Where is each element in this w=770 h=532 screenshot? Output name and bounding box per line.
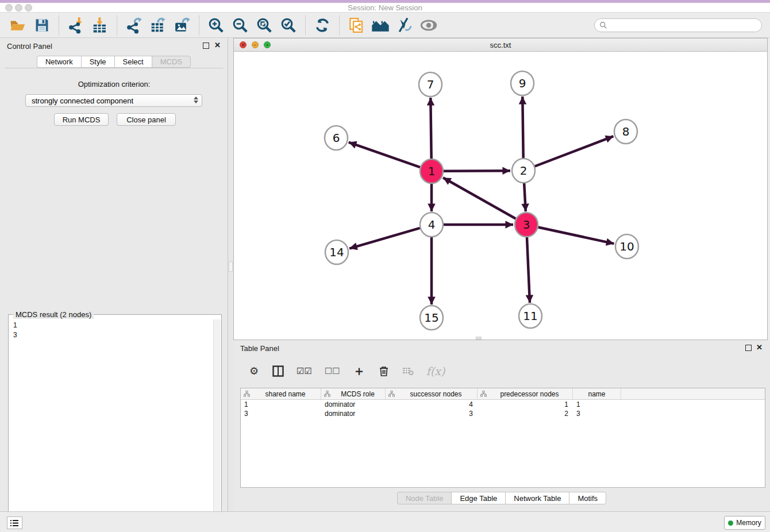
graph-node-11[interactable]: 11 [519,304,542,328]
graph-node-2[interactable]: 2 [512,159,535,183]
graph-node-7[interactable]: 7 [419,72,442,97]
toolbar-separator [339,16,340,35]
svg-text:4: 4 [428,218,436,232]
column-header-name[interactable]: name [573,388,621,399]
graph-node-8[interactable]: 8 [614,119,637,144]
clone-network-icon[interactable] [346,16,366,35]
column-header-successor-nodes[interactable]: successor nodes [386,388,478,399]
tab-select[interactable]: Select [114,56,152,68]
open-session-icon[interactable] [8,16,28,35]
import-network-icon[interactable] [66,16,86,35]
export-image-icon[interactable] [172,16,192,35]
table-cell: 4 [386,400,478,409]
tab-edge-table[interactable]: Edge Table [451,492,505,504]
zoom-out-icon[interactable] [230,16,250,35]
svg-text:1: 1 [428,164,436,178]
close-panel-icon[interactable]: ✕ [214,41,221,49]
svg-text:9: 9 [519,76,526,90]
control-panel: Control Panel ✕ Network Style Select MCD… [0,38,228,511]
refresh-view-icon[interactable] [313,16,332,35]
tab-style[interactable]: Style [81,56,114,68]
search-input[interactable] [594,18,762,32]
graph-edge-3-11[interactable] [527,237,530,303]
criterion-select[interactable]: strongly connected component [25,94,202,107]
tab-motifs[interactable]: Motifs [569,492,606,504]
add-column-icon[interactable]: ＋ [353,363,365,380]
main-toolbar [0,13,770,38]
task-history-button[interactable] [7,516,22,529]
network-graph[interactable]: 7968124314101511 [234,52,767,340]
divider-grip[interactable] [229,261,233,272]
import-table-icon[interactable] [90,16,110,35]
graphics-details-icon[interactable] [395,16,414,35]
save-session-icon[interactable] [32,16,52,35]
split-columns-icon[interactable] [272,365,284,377]
mcds-result-item: 1 [13,321,214,330]
graph-node-1[interactable]: 1 [420,159,443,183]
table-cell: 3 [386,409,478,418]
svg-text:2: 2 [520,164,528,178]
zoom-fit-icon[interactable] [255,16,274,35]
table-cell: dominator [321,400,386,409]
graph-node-15[interactable]: 15 [420,306,443,330]
search-icon [599,21,607,32]
table-panel-title: Table Panel [240,344,279,353]
graph-edge-1-2[interactable] [444,171,510,171]
table-header-row: shared nameMCDS rolesuccessor nodesprede… [241,388,765,400]
home-icon[interactable] [371,16,390,35]
zoom-in-icon[interactable] [206,16,226,35]
table-cell: 3 [241,409,321,418]
network-window-title: scc.txt [234,41,767,49]
graph-node-6[interactable]: 6 [325,126,348,150]
window-titlebar: Session: New Session [0,0,770,13]
graph-node-9[interactable]: 9 [511,71,534,95]
graph-node-4[interactable]: 4 [420,213,443,237]
graph-edge-3-1[interactable] [443,178,516,218]
mcds-result-list[interactable]: 1 3 [9,319,214,530]
graph-edge-4-14[interactable] [349,228,420,249]
run-mcds-button[interactable]: Run MCDS [54,113,109,126]
graph-node-14[interactable]: 14 [325,240,348,264]
svg-text:3: 3 [523,218,530,232]
result-scrollbar[interactable] [213,319,221,530]
float-table-panel-icon[interactable] [745,345,752,351]
table-row[interactable]: 1dominator411 [241,400,765,409]
toolbar-separator [199,16,199,35]
canvas-bottom-grip[interactable] [476,337,482,340]
float-panel-icon[interactable] [203,43,209,49]
graph-edge-1-7[interactable] [430,98,431,159]
graph-edge-2-3[interactable] [524,183,526,211]
select-all-checkboxes-icon[interactable]: ☑☑ [297,366,312,376]
column-header-shared-name[interactable]: shared name [241,388,321,399]
deselect-all-checkboxes-icon[interactable]: ☐☐ [325,366,340,376]
graph-edge-1-6[interactable] [349,142,420,167]
export-table-icon[interactable] [148,16,168,35]
svg-text:11: 11 [523,309,537,323]
svg-text:7: 7 [427,78,434,91]
tab-network-table[interactable]: Network Table [505,492,569,504]
zoom-selected-icon[interactable] [279,16,298,35]
graph-edge-3-10[interactable] [538,227,614,244]
memory-button[interactable]: Memory [724,516,765,530]
graph-edge-2-9[interactable] [522,97,523,159]
gear-icon[interactable]: ⚙ [248,365,260,377]
column-header-predecessor-nodes[interactable]: predecessor nodes [478,388,573,399]
tab-node-table[interactable]: Node Table [397,492,452,504]
column-header-MCDS-role[interactable]: MCDS role [321,388,386,399]
network-canvas[interactable]: 7968124314101511 [234,52,767,340]
delete-column-icon[interactable] [378,365,390,377]
node-table[interactable]: shared nameMCDS rolesuccessor nodesprede… [240,388,765,488]
close-panel-button[interactable]: Close panel [117,113,176,126]
panel-split-divider[interactable] [228,38,233,511]
network-window-titlebar[interactable]: ✕ − + scc.txt [234,38,767,52]
eye-icon[interactable] [419,16,438,35]
graph-node-3[interactable]: 3 [515,213,538,237]
close-table-panel-icon[interactable]: ✕ [756,343,763,352]
table-row[interactable]: 3dominator323 [241,409,765,418]
graph-edge-2-8[interactable] [535,136,614,166]
tab-network[interactable]: Network [37,56,81,68]
tab-mcds[interactable]: MCDS [152,56,191,68]
graph-node-10[interactable]: 10 [615,234,638,259]
export-network-icon[interactable] [124,16,144,35]
mcds-result-box: MCDS result (2 nodes) 1 3 [8,314,222,530]
